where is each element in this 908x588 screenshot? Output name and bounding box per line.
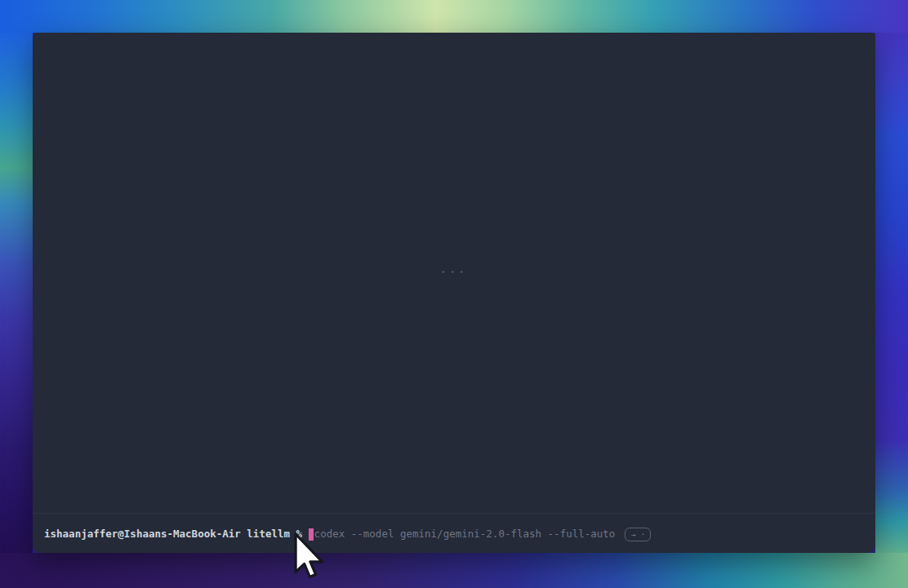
wallpaper-left-band bbox=[0, 33, 33, 553]
autosuggestion-text: codex --model gemini/gemini-2.0-flash --… bbox=[314, 528, 616, 541]
wallpaper-right-band bbox=[875, 33, 908, 553]
terminal-loading-ellipsis: ... bbox=[33, 264, 875, 275]
shell-prompt: ishaanjaffer@Ishaans-MacBook-Air litellm… bbox=[44, 528, 309, 541]
wallpaper-bottom-band bbox=[0, 553, 908, 588]
accept-suggestion-hint-badge: → · bbox=[625, 528, 651, 541]
terminal-window[interactable]: ... ishaanjaffer@Ishaans-MacBook-Air lit… bbox=[33, 33, 875, 553]
text-caret bbox=[309, 528, 314, 541]
terminal-pane-divider bbox=[33, 513, 875, 514]
command-prompt-line[interactable]: ishaanjaffer@Ishaans-MacBook-Air litellm… bbox=[44, 527, 867, 541]
desktop: ... ishaanjaffer@Ishaans-MacBook-Air lit… bbox=[0, 0, 908, 588]
wallpaper-top-band bbox=[0, 0, 908, 33]
